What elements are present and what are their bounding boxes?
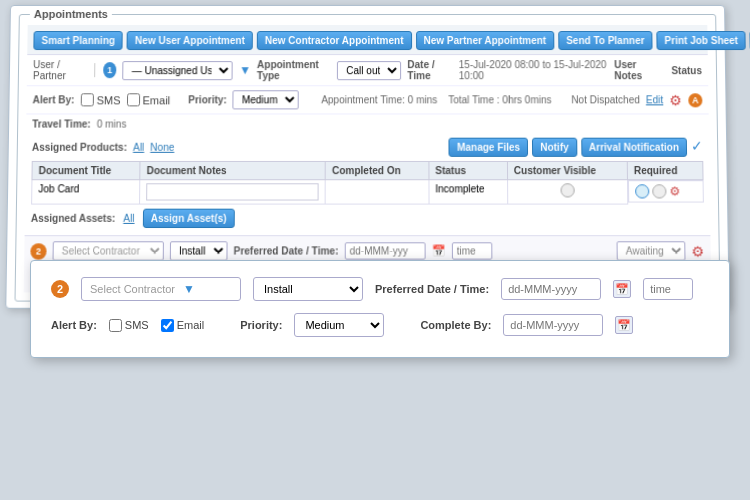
fg-priority-label: Priority: — [240, 319, 282, 331]
fg-contractor-select[interactable]: Select Contractor ▼ — [81, 277, 241, 301]
fg-complete-by-label: Complete By: — [420, 319, 491, 331]
assigned-products-label: Assigned Products: — [32, 142, 127, 153]
send-to-planner-button[interactable]: Send To Planner — [558, 31, 653, 50]
user-select[interactable]: — Unassigned User — — [123, 61, 233, 80]
smart-planning-button[interactable]: Smart Planning — [33, 31, 123, 50]
sms-checkbox-wrap[interactable]: SMS — [80, 93, 120, 106]
table-row: Job Card Incomplete ⚙ — [32, 180, 704, 204]
travel-time-value: 0 mins — [97, 118, 127, 129]
doc-notes-input[interactable] — [146, 183, 319, 200]
completed-on-cell — [325, 180, 428, 204]
fg-email-checkbox[interactable] — [161, 319, 174, 332]
user-partner-label: User / Partner — [33, 59, 86, 81]
awaiting-status-select[interactable]: Awaiting — [617, 241, 686, 260]
appt-time-label: Appointment Time: 0 mins Total Time : 0h… — [321, 94, 551, 105]
appt-type-label: Appointment Type — [257, 59, 331, 81]
priority-select[interactable]: Medium — [233, 90, 299, 109]
user-dropdown-icon[interactable]: ▼ — [239, 63, 251, 77]
customer-visible-cell[interactable] — [507, 180, 627, 204]
appt-type-select[interactable]: Call out — [337, 61, 401, 80]
new-user-appt-button[interactable]: New User Appointment — [127, 31, 253, 50]
preferred-date-small-label: Preferred Date / Time: — [234, 245, 339, 256]
status-not-dispatched: Not Dispatched — [571, 94, 640, 105]
time-small-input[interactable] — [452, 242, 493, 259]
assigned-assets-row: Assigned Assets: All Assign Asset(s) — [25, 205, 711, 232]
fg-preferred-date-label: Preferred Date / Time: — [375, 283, 489, 295]
edit-link[interactable]: Edit — [646, 94, 663, 105]
doc-title-cell: Job Card — [32, 180, 140, 204]
fg-priority-select[interactable]: Medium Low High — [294, 313, 384, 337]
doc-notes-cell[interactable] — [140, 180, 326, 204]
print-job-sheet-button[interactable]: Print Job Sheet — [656, 31, 746, 50]
fg-badge: 2 — [51, 280, 69, 298]
assigned-assets-all-link[interactable]: All — [123, 213, 134, 224]
assigned-assets-label: Assigned Assets: — [31, 213, 115, 224]
appt-1-status-badge: A — [688, 93, 702, 107]
assigned-products-none-link[interactable]: None — [150, 142, 174, 153]
travel-time-row: Travel Time: 0 mins — [26, 114, 709, 133]
appointment-1-detail-row: Alert By: SMS Email Priority: Medium App… — [26, 86, 708, 114]
col-required: Required — [627, 161, 703, 179]
new-contractor-appt-button[interactable]: New Contractor Appointment — [257, 31, 412, 50]
customer-visible-icon[interactable] — [560, 183, 574, 197]
appt-2-small-gear-icon[interactable]: ⚙ — [691, 243, 704, 259]
sms-checkbox[interactable] — [80, 93, 93, 106]
assigned-products-section: Assigned Products: All None Manage Files… — [25, 134, 710, 205]
assigned-products-all-link[interactable]: All — [133, 142, 144, 153]
fg-contractor-placeholder: Select Contractor — [90, 283, 175, 295]
toolbar: Smart Planning New User Appointment New … — [27, 25, 707, 55]
contractor-select-small[interactable]: Select Contractor — [53, 241, 164, 260]
appt-type-small-select[interactable]: Install — [170, 241, 228, 260]
email-checkbox-wrap[interactable]: Email — [126, 93, 170, 106]
appointment-1-badge: 1 — [103, 62, 117, 78]
fg-appt-type-select[interactable]: Install Call out Service — [253, 277, 363, 301]
required-cell[interactable]: ⚙ — [628, 180, 703, 202]
preferred-date-small-input[interactable] — [344, 242, 425, 259]
date-time-value: 15-Jul-2020 08:00 to 15-Jul-2020 10:00 — [459, 59, 609, 81]
fg-sms-checkbox[interactable] — [109, 319, 122, 332]
fg-complete-by-input[interactable] — [503, 314, 603, 336]
fg-preferred-date-calendar-icon[interactable]: 📅 — [613, 280, 631, 298]
col-status: Status — [429, 161, 508, 179]
date-time-label: Date / Time — [407, 59, 452, 81]
fg-detail-row: Alert By: SMS Email Priority: Medium Low… — [51, 313, 709, 337]
required-gear-icon[interactable]: ⚙ — [669, 184, 680, 198]
priority-label: Priority: — [188, 94, 227, 105]
fg-main-row: 2 Select Contractor ▼ Install Call out S… — [51, 277, 709, 301]
arrival-notification-button[interactable]: Arrival Notification — [581, 138, 687, 157]
col-completed-on: Completed On — [325, 161, 428, 179]
alert-by-label: Alert By: — [33, 94, 75, 105]
required-icon-1[interactable] — [635, 184, 649, 198]
documents-table: Document Title Document Notes Completed … — [31, 161, 704, 205]
appointment-2-small-badge: 2 — [30, 243, 46, 259]
appointment-1-header-row: User / Partner 1 — Unassigned User — ▼ A… — [27, 55, 708, 86]
required-icon-2[interactable] — [652, 184, 666, 198]
notify-button[interactable]: Notify — [532, 138, 577, 157]
col-doc-notes: Document Notes — [140, 161, 325, 179]
col-customer-visible: Customer Visible — [507, 161, 627, 179]
checkmark-icon[interactable]: ✓ — [691, 138, 703, 157]
appt-1-gear-icon[interactable]: ⚙ — [669, 92, 682, 108]
assign-assets-button[interactable]: Assign Asset(s) — [143, 209, 235, 228]
calendar-icon-small-1[interactable]: 📅 — [431, 244, 445, 257]
manage-files-button[interactable]: Manage Files — [449, 138, 528, 157]
section-title: Appointments — [30, 8, 112, 20]
status-label: Status — [671, 65, 702, 76]
fg-sms-wrap[interactable]: SMS — [109, 319, 149, 332]
travel-time-label: Travel Time: — [32, 118, 91, 129]
fg-time-input[interactable] — [643, 278, 693, 300]
fg-complete-by-calendar-icon[interactable]: 📅 — [615, 316, 633, 334]
user-notes-label: User Notes — [614, 59, 659, 81]
fg-contractor-arrow-icon: ▼ — [183, 282, 195, 296]
email-checkbox[interactable] — [126, 93, 139, 106]
col-doc-title: Document Title — [32, 161, 140, 179]
status-cell: Incomplete — [429, 180, 508, 204]
fg-alert-by-label: Alert By: — [51, 319, 97, 331]
new-partner-appt-button[interactable]: New Partner Appointment — [416, 31, 555, 50]
fg-preferred-date-input[interactable] — [501, 278, 601, 300]
foreground-card: 2 Select Contractor ▼ Install Call out S… — [30, 260, 730, 358]
fg-email-wrap[interactable]: Email — [161, 319, 205, 332]
